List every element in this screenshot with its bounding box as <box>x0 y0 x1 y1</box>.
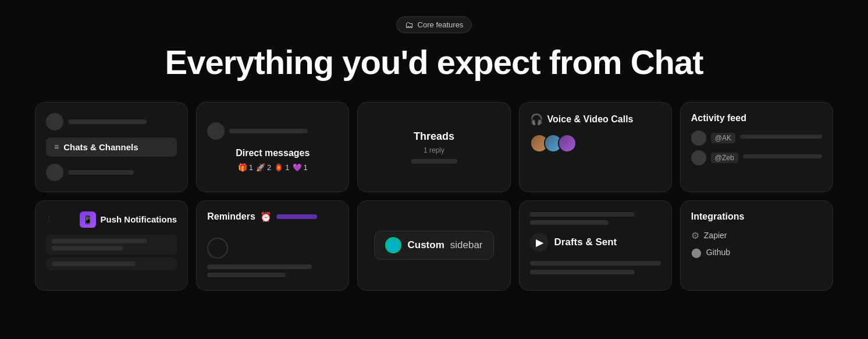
dm-emoji-3: 🏮1 <box>274 163 289 172</box>
card-chats-channels: ≡ Chats & Channels <box>35 102 188 192</box>
card-custom-sidebar: 🌐 Custom sidebar <box>357 200 510 291</box>
dm-emoji-4: 💜1 <box>293 163 308 172</box>
chats-label: ≡ Chats & Channels <box>46 137 177 157</box>
line-placeholder-2 <box>68 170 134 175</box>
drafts-line-2 <box>530 270 635 274</box>
reminders-lines <box>207 264 338 277</box>
card-threads: Threads 1 reply <box>357 102 510 192</box>
chats-label-text: Chats & Channels <box>63 142 138 152</box>
avatar-placeholder <box>46 113 63 130</box>
card-reminders: Reminders ⏰ <box>196 200 349 291</box>
dm-emoji-1: 🎁1 <box>238 163 253 172</box>
activity-mention-1: @AK <box>711 133 735 143</box>
activity-item-1: @AK <box>691 130 822 146</box>
push-dots-icon: ⋮ <box>46 216 52 223</box>
notif-line-3 <box>52 262 136 266</box>
threads-line <box>411 159 457 164</box>
core-features-badge: 🗂 Core features <box>396 16 472 33</box>
push-notification-1 <box>46 235 177 255</box>
dm-line <box>229 129 308 133</box>
integrations-title: Integrations <box>691 211 822 222</box>
card-integrations: Integrations ⚙ Zapier ⬤ Github <box>680 200 833 291</box>
activity-avatar-1 <box>691 130 706 146</box>
voice-title: Voice & Video Calls <box>547 114 634 125</box>
card-drafts-sent: ▶ Drafts & Sent <box>519 200 672 291</box>
drafts-line-1 <box>530 261 661 266</box>
github-icon: ⬤ <box>691 247 702 258</box>
dm-top <box>207 122 338 140</box>
reminders-line-2 <box>207 273 286 277</box>
push-title: Push Notifications <box>101 214 177 224</box>
reminders-icon: ⏰ <box>260 211 272 223</box>
dm-avatar <box>207 122 225 140</box>
integration-github: ⬤ Github <box>691 247 822 258</box>
drafts-top-lines <box>530 212 661 225</box>
threads-title: Threads <box>411 130 457 143</box>
badge-label: Core features <box>418 20 464 29</box>
github-label: Github <box>706 248 730 257</box>
dm-emojis: 🎁1 🚀2 🏮1 💜1 <box>238 163 308 172</box>
threads-content: Threads 1 reply <box>411 130 457 164</box>
activity-line-2 <box>743 154 822 158</box>
reminders-line-1 <box>207 264 312 269</box>
integration-zapier: ⚙ Zapier <box>691 230 822 241</box>
activity-title: Activity feed <box>691 113 746 123</box>
drafts-label: ▶ Drafts & Sent <box>530 233 661 252</box>
reminders-title-row: Reminders ⏰ <box>207 211 338 223</box>
card-top-row <box>46 113 177 130</box>
sidebar-label: 🌐 Custom sidebar <box>374 231 493 260</box>
card-bottom-row <box>46 164 177 181</box>
drafts-line-top-1 <box>530 212 635 217</box>
activity-line <box>740 135 822 139</box>
reminders-title: Reminders <box>207 211 255 222</box>
page: 🗂 Core features Everything you'd expect … <box>0 0 868 308</box>
threads-reply: 1 reply <box>411 146 457 154</box>
push-phone-icon: 📱 <box>80 211 96 228</box>
reminders-circle <box>207 238 228 259</box>
activity-mention-2: @Zeb <box>711 153 738 163</box>
zapier-icon: ⚙ <box>691 230 699 241</box>
sidebar-label-bold: Custom <box>407 239 444 251</box>
badge-icon: 🗂 <box>405 20 414 30</box>
zapier-label: Zapier <box>704 231 727 240</box>
card-voice-video: 🎧 Voice & Video Calls <box>519 102 672 192</box>
voice-title-row: 🎧 Voice & Video Calls <box>530 113 634 126</box>
notif-line-2 <box>52 246 123 250</box>
sidebar-label-light: sidebar <box>450 239 483 251</box>
drafts-icon: ▶ <box>530 233 549 252</box>
voice-icon: 🎧 <box>530 113 543 126</box>
activity-lines-2 <box>743 154 822 161</box>
sidebar-globe-icon: 🌐 <box>385 237 401 253</box>
dm-emoji-2: 🚀2 <box>256 163 271 172</box>
drafts-label-text: Drafts & Sent <box>554 236 617 248</box>
drafts-lines <box>530 261 661 278</box>
card-push-notifications: ⋮ 📱 Push Notifications <box>35 200 188 291</box>
cards-grid: ≡ Chats & Channels Direct messages 🎁1 🚀2… <box>35 102 833 291</box>
activity-lines-1 <box>740 135 822 141</box>
voice-avatars <box>530 134 577 153</box>
card-activity-feed: Activity feed @AK @Zeb <box>680 102 833 192</box>
card-direct-messages: Direct messages 🎁1 🚀2 🏮1 💜1 <box>196 102 349 192</box>
reminders-bar <box>276 214 317 219</box>
drafts-line-top-2 <box>530 220 609 225</box>
dm-title: Direct messages <box>236 148 310 158</box>
push-notification-2 <box>46 257 177 270</box>
chats-icon: ≡ <box>54 142 59 151</box>
push-top: ⋮ 📱 Push Notifications <box>46 211 177 228</box>
avatar-placeholder-2 <box>46 164 63 181</box>
line-placeholder <box>68 119 147 124</box>
main-heading: Everything you'd expect from Chat <box>165 44 703 81</box>
voice-avatar-3 <box>558 134 577 153</box>
notif-line-1 <box>52 239 147 243</box>
activity-item-2: @Zeb <box>691 150 822 165</box>
activity-avatar-2 <box>691 150 706 165</box>
